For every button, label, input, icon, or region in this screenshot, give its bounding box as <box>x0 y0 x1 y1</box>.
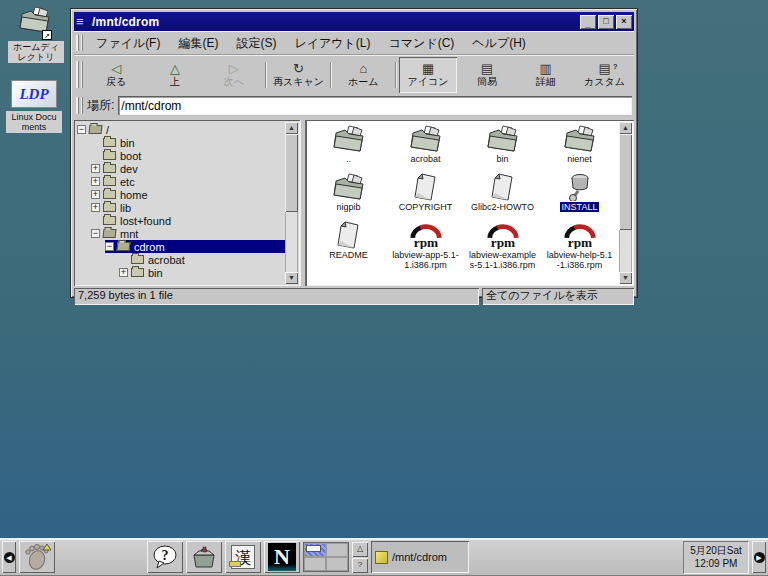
menu-layout[interactable]: レイアウト(L) <box>285 33 379 54</box>
toolbar-separator <box>395 62 397 88</box>
detail-view-label: 詳細 <box>536 76 556 88</box>
netscape-launcher[interactable]: N <box>264 541 300 573</box>
tree-item-lost-found[interactable]: lost+found <box>91 214 285 227</box>
desktop-pager[interactable] <box>303 542 349 572</box>
file-item-acrobat[interactable]: acrobat <box>387 122 464 170</box>
desktop-icon-home-directory[interactable]: ↗ ホームディレクトリ <box>8 6 64 63</box>
tree-item-cdrom-bin[interactable]: + bin <box>119 266 285 279</box>
close-button[interactable]: × <box>616 15 632 29</box>
panel-hide-left-button[interactable]: ◀ <box>2 541 16 573</box>
location-input[interactable] <box>118 96 632 115</box>
tree-scrollbar[interactable]: ▲ ▼ <box>285 122 298 284</box>
window-menu-icon[interactable]: ≡ <box>76 14 92 29</box>
toolbar-separator <box>265 62 267 88</box>
forward-button[interactable]: ▷ 次へ <box>204 57 263 93</box>
pager-help-icon[interactable]: ? <box>352 558 368 573</box>
toolbar: ◁ 戻る △ 上 ▷ 次へ ↻ 再スキャン ⌂ ホーム ▦ <box>74 54 634 94</box>
tree-item-label: home <box>120 189 148 201</box>
icon-view-button[interactable]: ▦ アイコン <box>399 57 458 93</box>
file-item-partial[interactable] <box>310 282 387 286</box>
pager-desktop-1[interactable] <box>304 543 326 557</box>
file-item-labview-help[interactable]: labview-help-5.1-1.i386.rpm <box>541 218 618 282</box>
gnome-main-menu-button[interactable] <box>19 541 55 573</box>
menu-edit[interactable]: 編集(E) <box>169 33 227 54</box>
menu-file[interactable]: ファイル(F) <box>87 33 169 54</box>
collapse-icon[interactable]: − <box>105 242 114 251</box>
menu-help[interactable]: ヘルプ(H) <box>463 33 535 54</box>
file-item-copyright[interactable]: COPYRIGHT <box>387 170 464 218</box>
scroll-down-icon[interactable]: ▼ <box>619 272 632 284</box>
file-label-selected: INSTALL <box>560 202 600 212</box>
file-item-nienet[interactable]: nienet <box>541 122 618 170</box>
location-bar: 場所: <box>74 94 634 119</box>
titlebar[interactable]: ≡ /mnt/cdrom _ □ × <box>74 12 634 31</box>
scroll-up-icon[interactable]: ▲ <box>619 122 632 134</box>
expand-icon[interactable]: + <box>91 164 100 173</box>
expand-icon[interactable]: + <box>91 203 100 212</box>
tree-item-root[interactable]: − / <box>77 123 285 136</box>
home-button[interactable]: ⌂ ホーム <box>334 57 393 93</box>
help-launcher[interactable] <box>147 541 183 573</box>
file-label: labview-help-5.1-1.i386.rpm <box>546 250 614 270</box>
menu-settings[interactable]: 設定(S) <box>227 33 285 54</box>
scrollbar-thumb[interactable] <box>285 134 298 212</box>
scroll-down-icon[interactable]: ▼ <box>285 272 298 284</box>
file-item-nigpib[interactable]: nigpib <box>310 170 387 218</box>
collapse-icon[interactable]: − <box>77 125 86 134</box>
tree-item-label: acrobat <box>148 254 185 266</box>
tree-item-acrobat[interactable]: acrobat <box>119 253 285 266</box>
short-view-button[interactable]: ▤ 簡易 <box>457 57 516 93</box>
file-item-install[interactable]: INSTALL <box>541 170 618 218</box>
file-item-labview-examples[interactable]: labview-examples-5.1-1.i386.rpm <box>464 218 541 282</box>
pager-up-icon[interactable]: △ <box>352 542 368 557</box>
tree-item-lib[interactable]: + lib <box>91 201 285 214</box>
rescan-label: 再スキャン <box>273 76 324 88</box>
tree-item-boot[interactable]: boot <box>91 149 285 162</box>
minimize-button[interactable]: _ <box>580 15 596 29</box>
detail-view-icon: ▥ <box>540 62 552 76</box>
reload-icon: ↻ <box>293 62 304 76</box>
menu-command[interactable]: コマンド(C) <box>380 33 464 54</box>
tree-item-mnt[interactable]: − mnt <box>91 227 285 240</box>
scroll-up-icon[interactable]: ▲ <box>285 122 298 134</box>
tree-item-label: bin <box>148 267 163 279</box>
tree-item-dev[interactable]: + dev <box>91 162 285 175</box>
rescan-button[interactable]: ↻ 再スキャン <box>269 57 328 93</box>
collapse-icon[interactable]: − <box>91 229 100 238</box>
file-item-updir[interactable]: .. <box>310 122 387 170</box>
file-item-glibc2-howto[interactable]: Glibc2-HOWTO <box>464 170 541 218</box>
file-item-partial[interactable] <box>387 282 464 286</box>
tree-item-cdrom[interactable]: − cdrom <box>105 240 285 253</box>
files-scrollbar[interactable]: ▲ ▼ <box>619 122 632 284</box>
file-item-labview-app[interactable]: labview-app-5.1-1.i386.rpm <box>387 218 464 282</box>
toolbox-launcher[interactable] <box>186 541 222 573</box>
back-icon: ◁ <box>111 62 121 76</box>
japanese-input-launcher[interactable]: 漢 <box>225 541 261 573</box>
toolbar-grip[interactable] <box>76 61 83 88</box>
locbar-grip[interactable] <box>76 97 83 113</box>
up-button[interactable]: △ 上 <box>146 57 205 93</box>
expand-icon[interactable]: + <box>91 190 100 199</box>
tree-item-bin[interactable]: bin <box>91 136 285 149</box>
pager-desktop-2[interactable] <box>326 543 348 557</box>
file-item-readme[interactable]: README <box>310 218 387 282</box>
pager-desktop-3[interactable] <box>304 557 326 571</box>
custom-view-button[interactable]: ▤? カスタム <box>575 57 634 93</box>
task-button-mnt-cdrom[interactable]: /mnt/cdrom <box>371 541 469 573</box>
menubar-grip[interactable] <box>76 35 83 50</box>
maximize-button[interactable]: □ <box>598 15 614 29</box>
detail-view-button[interactable]: ▥ 詳細 <box>516 57 575 93</box>
ldp-logo-icon: LDP <box>11 80 57 108</box>
back-button[interactable]: ◁ 戻る <box>87 57 146 93</box>
expand-icon[interactable]: + <box>119 268 128 277</box>
file-item-bin[interactable]: bin <box>464 122 541 170</box>
pager-desktop-4[interactable] <box>326 557 348 571</box>
expand-icon[interactable]: + <box>91 177 100 186</box>
open-folder-icon <box>89 125 103 134</box>
panel-hide-right-button[interactable]: ▶ <box>752 541 766 573</box>
tree-item-etc[interactable]: + etc <box>91 175 285 188</box>
desktop-icon-linux-documents[interactable]: LDP Linux Documents <box>6 80 62 133</box>
scrollbar-thumb[interactable] <box>619 134 632 230</box>
folder-icon <box>103 203 116 212</box>
tree-item-home[interactable]: + home <box>91 188 285 201</box>
